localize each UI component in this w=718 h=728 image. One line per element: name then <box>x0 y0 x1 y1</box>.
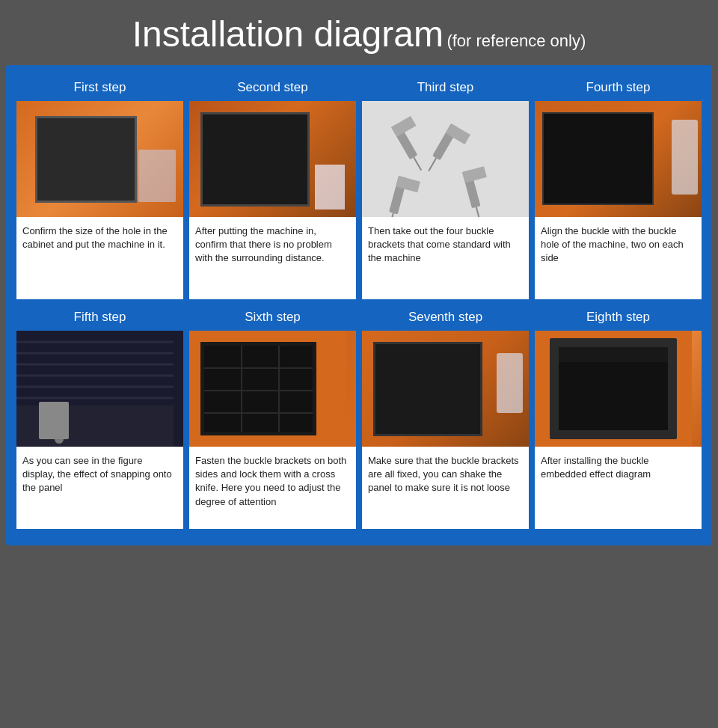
page-subtitle: (for reference only) <box>447 31 586 50</box>
svg-rect-20 <box>54 409 65 439</box>
step4-description: Align the buckle with the buckle hole of… <box>535 217 702 299</box>
step-card-5: Fifth step <box>16 305 183 529</box>
step-card-7: Seventh step Make sure that the buckle b… <box>362 305 529 529</box>
step1-image <box>16 101 183 217</box>
step1-title: First step <box>16 76 183 101</box>
step7-description: Make sure that the buckle brackets are a… <box>362 447 529 529</box>
step2-image <box>189 101 356 217</box>
svg-rect-34 <box>559 347 668 362</box>
svg-rect-2 <box>413 157 422 171</box>
step5-image <box>16 331 183 447</box>
svg-rect-13 <box>16 406 174 447</box>
svg-rect-5 <box>428 158 437 171</box>
step-card-4: Fourth step Align the buckle with the bu… <box>535 76 702 299</box>
step7-image <box>362 331 529 447</box>
step2-description: After putting the machine in, confirm th… <box>189 217 356 299</box>
step7-title: Seventh step <box>362 305 529 331</box>
step6-description: Fasten the buckle brackets on both sides… <box>189 447 356 529</box>
svg-point-22 <box>55 435 64 444</box>
step4-image <box>535 101 702 217</box>
step5-title: Fifth step <box>16 305 183 331</box>
step-card-2: Second step After putting the machine in… <box>189 76 356 299</box>
svg-rect-8 <box>389 213 394 217</box>
step3-description: Then take out the four buckle brackets t… <box>362 217 529 299</box>
page-title: Installation diagram <box>132 14 444 54</box>
step5-description: As you can see in the figure display, th… <box>16 447 183 529</box>
step2-title: Second step <box>189 76 356 101</box>
step3-image <box>362 101 529 217</box>
title-bar: Installation diagram (for reference only… <box>0 0 718 65</box>
svg-rect-25 <box>204 346 313 432</box>
step3-title: Third step <box>362 76 529 101</box>
page-wrapper: Installation diagram (for reference only… <box>0 0 718 545</box>
step1-description: Confirm the size of the hole in the cabi… <box>16 217 183 299</box>
step6-image <box>189 331 356 447</box>
step6-title: Sixth step <box>189 305 356 331</box>
svg-marker-10 <box>462 166 487 183</box>
step4-title: Fourth step <box>535 76 702 101</box>
step-card-3: Third step <box>362 76 529 299</box>
step8-title: Eighth step <box>535 305 702 331</box>
step-card-6: Sixth step <box>189 305 356 529</box>
step-card-1: First step Confirm the size of the hole … <box>16 76 183 299</box>
step8-image <box>535 331 702 447</box>
main-content: First step Confirm the size of the hole … <box>6 65 712 545</box>
step-card-8: Eighth step After installing the buckle … <box>535 305 702 529</box>
svg-rect-11 <box>476 207 481 217</box>
steps-row-2: Fifth step <box>16 305 702 529</box>
steps-row-1: First step Confirm the size of the hole … <box>16 76 702 299</box>
svg-rect-21 <box>50 408 69 414</box>
step8-description: After installing the buckle embedded eff… <box>535 447 702 529</box>
